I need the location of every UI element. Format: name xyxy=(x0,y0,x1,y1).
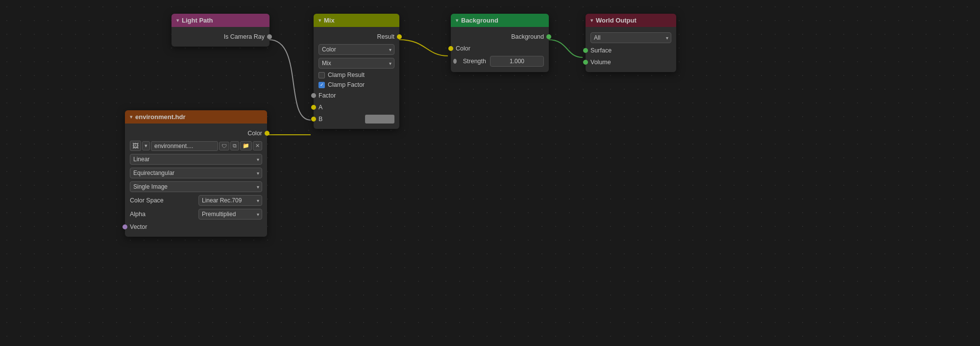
mix-type-select-wrapper: Mix Add Subtract Multiply xyxy=(318,58,394,69)
world-output-select[interactable]: All Camera Diffuse xyxy=(590,32,671,43)
color-space-select-wrapper: Linear Rec.709 sRGB Raw xyxy=(198,195,262,206)
is-camera-ray-row: Is Camera Ray xyxy=(172,31,270,43)
file-name-display: environment.... xyxy=(151,141,218,151)
single-image-select[interactable]: Single Image Tiled xyxy=(130,181,262,192)
mix-header: ▾ Mix xyxy=(314,14,399,27)
factor-row: Factor xyxy=(314,90,399,101)
factor-socket xyxy=(311,93,316,98)
volume-socket xyxy=(583,60,588,65)
mix-chevron[interactable]: ▾ xyxy=(318,18,321,23)
vector-row: Vector xyxy=(125,221,267,233)
linear-select-row: Linear Cubic Closest xyxy=(125,152,267,166)
world-output-select-row: All Camera Diffuse xyxy=(586,31,676,45)
env-color-socket xyxy=(265,131,270,136)
linear-select-wrapper: Linear Cubic Closest xyxy=(130,154,262,165)
clamp-factor-label: Clamp Factor xyxy=(328,81,365,88)
clamp-factor-checkbox[interactable] xyxy=(318,82,325,88)
color-space-label: Color Space xyxy=(130,197,164,204)
surface-socket xyxy=(583,48,588,53)
clamp-result-row: Clamp Result xyxy=(314,70,399,80)
alpha-select[interactable]: Premultiplied Straight Channel Packed xyxy=(198,209,262,220)
mix-body: Result Color Float Vector Mix Add Subtra… xyxy=(314,27,399,129)
bg-color-label: Color xyxy=(456,45,470,52)
env-hdr-header: ▾ environment.hdr xyxy=(125,110,267,124)
color-space-row: Color Space Linear Rec.709 sRGB Raw xyxy=(125,194,267,207)
background-chevron[interactable]: ▾ xyxy=(456,18,458,23)
result-socket xyxy=(397,34,402,39)
equirect-select-wrapper: Equirectangular Mirror Ball xyxy=(130,168,262,178)
b-color-swatch[interactable] xyxy=(365,115,394,124)
strength-input[interactable] xyxy=(490,56,544,67)
vector-socket xyxy=(122,224,127,229)
b-label: B xyxy=(318,116,322,123)
factor-label: Factor xyxy=(318,92,336,99)
a-label: A xyxy=(318,104,322,111)
file-dropdown-btn[interactable]: ▾ xyxy=(142,141,150,150)
env-hdr-title: environment.hdr xyxy=(135,113,186,121)
is-camera-ray-label: Is Camera Ray xyxy=(224,33,265,40)
a-row: A xyxy=(314,101,399,113)
env-color-label: Color xyxy=(247,130,262,137)
file-picker-row: 🖼 ▾ environment.... 🛡 ⧉ 📁 ✕ xyxy=(125,139,267,152)
mix-type-select-row: Mix Add Subtract Multiply xyxy=(314,56,399,70)
alpha-label: Alpha xyxy=(130,211,146,218)
equirect-select[interactable]: Equirectangular Mirror Ball xyxy=(130,168,262,178)
surface-row: Surface xyxy=(586,45,676,56)
bg-color-row: Color xyxy=(451,43,549,54)
world-output-title: World Output xyxy=(596,17,637,24)
vector-label: Vector xyxy=(130,223,147,230)
result-row: Result xyxy=(314,31,399,43)
world-output-select-wrapper: All Camera Diffuse xyxy=(590,32,671,43)
bg-color-socket xyxy=(448,46,453,51)
mix-color-select-row: Color Float Vector xyxy=(314,43,399,56)
color-space-select[interactable]: Linear Rec.709 sRGB Raw xyxy=(198,195,262,206)
surface-label: Surface xyxy=(590,47,612,54)
light-path-chevron[interactable]: ▾ xyxy=(176,18,179,23)
mix-color-select-wrapper: Color Float Vector xyxy=(318,44,394,55)
single-image-select-wrapper: Single Image Tiled xyxy=(130,181,262,192)
copy-icon-btn[interactable]: ⧉ xyxy=(230,141,239,150)
light-path-node: ▾ Light Path Is Camera Ray xyxy=(172,14,270,47)
volume-label: Volume xyxy=(590,59,611,66)
single-image-select-row: Single Image Tiled xyxy=(125,180,267,194)
background-output-socket xyxy=(546,34,551,39)
result-label: Result xyxy=(377,33,394,40)
env-color-row: Color xyxy=(125,127,267,139)
background-output-row: Background xyxy=(451,31,549,43)
close-icon-btn[interactable]: ✕ xyxy=(253,141,262,150)
b-socket xyxy=(311,117,316,122)
linear-select[interactable]: Linear Cubic Closest xyxy=(130,154,262,165)
background-header: ▾ Background xyxy=(451,14,549,27)
background-title: Background xyxy=(461,17,498,24)
world-output-body: All Camera Diffuse Surface Volume xyxy=(586,27,676,72)
mix-color-select[interactable]: Color Float Vector xyxy=(318,44,394,55)
shield-icon-btn[interactable]: 🛡 xyxy=(219,142,229,150)
mix-type-select[interactable]: Mix Add Subtract Multiply xyxy=(318,58,394,69)
volume-row: Volume xyxy=(586,56,676,68)
strength-label: Strength xyxy=(463,58,486,65)
mix-node: ▾ Mix Result Color Float Vector Mix Add xyxy=(314,14,399,129)
clamp-result-checkbox[interactable] xyxy=(318,72,325,78)
clamp-result-label: Clamp Result xyxy=(328,72,365,78)
light-path-body: Is Camera Ray xyxy=(172,27,270,47)
clamp-factor-row: Clamp Factor xyxy=(314,80,399,90)
light-path-header: ▾ Light Path xyxy=(172,14,270,27)
mix-title: Mix xyxy=(324,17,335,24)
world-output-header: ▾ World Output xyxy=(586,14,676,27)
folder-icon-btn[interactable]: 📁 xyxy=(240,141,252,150)
a-socket xyxy=(311,105,316,110)
world-output-chevron[interactable]: ▾ xyxy=(590,18,593,23)
background-output-label: Background xyxy=(511,33,544,40)
alpha-row: Alpha Premultiplied Straight Channel Pac… xyxy=(125,207,267,221)
strength-socket xyxy=(453,59,457,64)
light-path-title: Light Path xyxy=(182,17,213,24)
alpha-select-wrapper: Premultiplied Straight Channel Packed xyxy=(198,209,262,220)
is-camera-ray-socket xyxy=(267,34,272,39)
b-row: B xyxy=(314,113,399,125)
world-output-node: ▾ World Output All Camera Diffuse Surfac… xyxy=(586,14,676,72)
background-body: Background Color Strength xyxy=(451,27,549,72)
env-hdr-body: Color 🖼 ▾ environment.... 🛡 ⧉ 📁 ✕ Linear… xyxy=(125,124,267,237)
env-hdr-chevron[interactable]: ▾ xyxy=(130,114,132,120)
image-icon-btn[interactable]: 🖼 xyxy=(130,141,141,151)
env-hdr-node: ▾ environment.hdr Color 🖼 ▾ environment.… xyxy=(125,110,267,237)
